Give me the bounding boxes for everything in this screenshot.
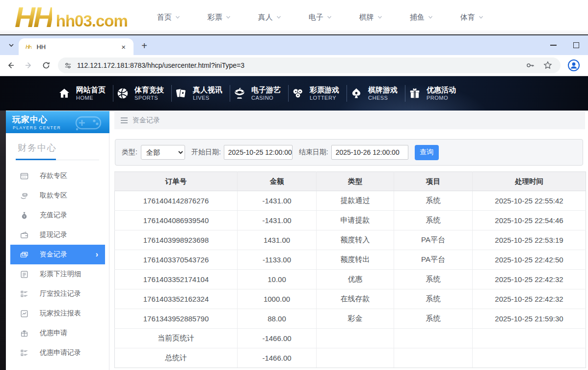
- end-date-input[interactable]: [331, 145, 408, 160]
- new-tab-button[interactable]: +: [138, 40, 150, 52]
- cell-process-time: 2025-10-25 21:59:30: [473, 309, 586, 329]
- game-nav-en: HOME: [76, 95, 106, 101]
- checklist-icon: [20, 348, 29, 358]
- site-nav-slots[interactable]: 电子: [309, 13, 332, 22]
- type-filter-select[interactable]: 全部: [141, 145, 185, 160]
- cell-amount: -1431.00: [238, 191, 317, 211]
- sidebar-item-label: 存款专区: [40, 171, 67, 180]
- start-date-input[interactable]: [224, 145, 293, 160]
- site-nav-label: 电子: [309, 13, 323, 22]
- cell-order-number: 1761403352174104: [115, 270, 238, 289]
- chevron-down-icon: [8, 42, 14, 48]
- site-nav-live[interactable]: 真人: [258, 13, 281, 22]
- reload-button[interactable]: [39, 58, 53, 72]
- table-row: 1761403370543726 -1133.00 额度转出 PA平台 2025…: [115, 250, 586, 270]
- sidebar-item-withdrawal-record[interactable]: 提现记录: [6, 225, 109, 245]
- sidebar-item-room-bet-record[interactable]: 厅室投注记录: [6, 284, 109, 304]
- sidebar-item-label: 优惠申请: [40, 329, 67, 338]
- sidebar-item-label: 玩家投注报表: [40, 309, 81, 318]
- browser-tab[interactable]: HH HH ×: [19, 38, 134, 55]
- sidebar-item-lottery-bet-detail[interactable]: 彩票下注明细: [6, 264, 109, 284]
- password-key-icon[interactable]: [525, 60, 535, 70]
- game-nav-promo[interactable]: 优惠活动PROMO: [405, 83, 464, 104]
- chevron-down-icon: [226, 15, 231, 20]
- table-header-cell: 类型: [317, 172, 394, 191]
- game-nav-chess[interactable]: 棋牌游戏CHESS: [347, 83, 405, 104]
- tab-close-icon[interactable]: ×: [118, 43, 129, 51]
- promo-gift-icon: [20, 329, 29, 338]
- game-nav-live[interactable]: 真人视讯LIVES: [172, 83, 230, 104]
- cell-project: [394, 348, 473, 368]
- sidebar-item-withdraw-zone[interactable]: 取款专区: [6, 186, 109, 205]
- game-nav-casino[interactable]: 电子游艺CASINO: [230, 83, 289, 104]
- cell-order-number: 1761343952885790: [115, 309, 238, 329]
- cell-process-time: [473, 329, 586, 348]
- site-nav-label: 彩票: [208, 13, 222, 22]
- tab-search-button[interactable]: [5, 39, 18, 51]
- browser-profile-button[interactable]: [566, 58, 581, 73]
- address-bar[interactable]: 112.121.172.181:8783/hhcp/usercenter.htm…: [58, 57, 561, 73]
- cell-order-number: 总统计: [115, 348, 238, 368]
- deposit-card-icon: [20, 171, 29, 181]
- site-nav-fishing[interactable]: 捕鱼: [410, 13, 433, 22]
- players-center-title: 玩家中心: [12, 114, 48, 125]
- sidebar-item-recharge-record[interactable]: 充值记录: [6, 205, 109, 225]
- cell-order-number: 1761403998923698: [115, 230, 238, 250]
- game-nav-zh: 网站首页: [76, 85, 106, 95]
- finance-section-underline: [16, 159, 99, 160]
- banknotes-icon: [20, 250, 29, 259]
- cell-type: 在线存款: [317, 289, 394, 309]
- site-nav-chess[interactable]: 棋牌: [359, 13, 382, 22]
- site-nav-sports[interactable]: 体育: [460, 13, 483, 22]
- table-row: 当前页统计 -1466.00: [115, 329, 586, 348]
- filter-panel: 类型: 全部 开始日期: 结束日期: 查询: [115, 139, 583, 166]
- chevron-down-icon: [327, 15, 332, 20]
- url-text[interactable]: 112.121.172.181:8783/hhcp/usercenter.htm…: [77, 61, 525, 69]
- game-nav-en: LOTTERY: [310, 95, 339, 101]
- hamburger-icon[interactable]: [120, 117, 128, 124]
- site-settings-icon[interactable]: [64, 61, 72, 70]
- chevron-down-icon: [377, 15, 382, 20]
- site-nav-lottery[interactable]: 彩票: [208, 13, 231, 22]
- sidebar-item-promo-apply[interactable]: 优惠申请: [6, 323, 109, 343]
- bookmark-star-icon[interactable]: [543, 60, 553, 70]
- site-nav-label: 体育: [460, 13, 475, 22]
- chart-report-icon: [20, 309, 29, 318]
- game-nav-sports[interactable]: 体育竞技SPORTS: [113, 83, 172, 104]
- table-row: 1761403352174104 10.00 优惠 系统 2025-10-25 …: [115, 270, 586, 289]
- chevron-down-icon: [479, 15, 483, 20]
- sidebar-item-promo-apply-record[interactable]: 优惠申请记录: [6, 343, 109, 363]
- game-nav-bar: 网站首页HOME 体育竞技SPORTS 真人视讯LIVES 电子游艺CASINO…: [0, 76, 588, 111]
- search-button[interactable]: 查询: [415, 145, 439, 160]
- game-nav-en: PROMO: [427, 95, 456, 101]
- table-row: 总统计 -1466.00: [115, 348, 586, 368]
- forward-button[interactable]: [22, 58, 35, 72]
- site-nav-home[interactable]: 首页: [157, 13, 180, 22]
- cell-project: 系统: [394, 270, 473, 289]
- reload-icon: [42, 61, 51, 70]
- sidebar-item-label: 提现记录: [40, 230, 67, 239]
- cell-process-time: 2025-10-25 22:42:32: [473, 270, 586, 289]
- cell-order-number: 当前页统计: [115, 329, 238, 348]
- window-minimize-button[interactable]: [550, 45, 557, 46]
- sidebar-item-player-bet-report[interactable]: 玩家投注报表: [6, 304, 109, 323]
- game-nav-en: CHESS: [368, 95, 398, 101]
- profile-avatar-icon: [567, 59, 580, 72]
- site-nav-label: 棋牌: [359, 13, 374, 22]
- window-maximize-button[interactable]: [573, 42, 579, 48]
- sidebar-item-deposit-zone[interactable]: 存款专区: [6, 166, 109, 186]
- sidebar-item-funds-record[interactable]: 资金记录 ›: [10, 245, 105, 264]
- hand-money-icon: [20, 191, 29, 200]
- back-button[interactable]: [4, 58, 18, 72]
- breadcrumb-title: 资金记录: [133, 116, 160, 125]
- game-nav-lottery[interactable]: 彩票游戏LOTTERY: [289, 83, 347, 104]
- browser-toolbar: 112.121.172.181:8783/hhcp/usercenter.htm…: [0, 55, 588, 76]
- cell-process-time: 2025-10-25 22:53:19: [473, 230, 586, 250]
- game-nav-zh: 电子游艺: [251, 85, 281, 95]
- game-nav-en: CASINO: [251, 95, 281, 101]
- table-row: 1761403352162324 1000.00 在线存款 系统 2025-10…: [115, 289, 586, 309]
- site-logo[interactable]: HH hh03.com: [15, 4, 128, 30]
- game-nav-home[interactable]: 网站首页HOME: [55, 83, 113, 104]
- screenshot-root: HH hh03.com 首页 彩票 真人 电子 棋牌: [0, 0, 588, 370]
- window-controls: [550, 35, 579, 55]
